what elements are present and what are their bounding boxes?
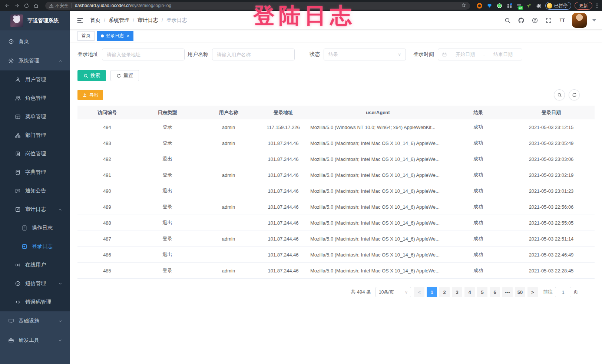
page-button-•••[interactable]: ••• — [502, 287, 513, 297]
profile-paused-chip[interactable]: 已暂停 — [545, 2, 571, 10]
extension-apps-grid-icon[interactable] — [506, 2, 513, 9]
font-size-icon[interactable]: TT — [558, 16, 566, 24]
sidebar-item-gear[interactable]: 系统管理 — [0, 51, 70, 70]
browser-update-button[interactable]: 更新 — [575, 2, 592, 10]
extension-list-on-icon[interactable]: on — [516, 3, 522, 9]
sidebar-item-home[interactable]: 首页 — [0, 32, 70, 51]
close-tab-icon[interactable]: × — [127, 34, 129, 38]
user-avatar[interactable] — [572, 13, 587, 28]
page-button-6[interactable]: 6 — [490, 287, 500, 297]
search-button[interactable]: 搜索 — [77, 70, 106, 81]
extension-gem-icon[interactable] — [486, 2, 493, 9]
cell-login-ip: 101.87.244.46 — [259, 188, 307, 194]
cell-user-agent: Mozilla/5.0 (Macintosh; Intel Mac OS X 1… — [307, 140, 449, 146]
sidebar-item-tree[interactable]: 部门管理 — [0, 126, 70, 145]
table-row[interactable]: 492退出101.87.244.46Mozilla/5.0 (Macintosh… — [77, 151, 595, 167]
column-header[interactable]: userAgent — [307, 110, 449, 115]
cell-log-type: 登录 — [137, 172, 198, 178]
extension-plant-icon[interactable] — [525, 2, 532, 9]
username-input[interactable] — [212, 49, 295, 60]
sidebar-logo[interactable]: 芋道管理系统 — [0, 11, 70, 30]
login-address-input[interactable] — [102, 49, 185, 60]
sidebar-item-online[interactable]: 在线用户 — [0, 256, 70, 274]
table-row[interactable]: 491登录admin101.87.244.46Mozilla/5.0 (Maci… — [77, 167, 595, 183]
sidebar-item-infra[interactable]: 基础设施 — [0, 311, 70, 331]
sidebar-item-users[interactable]: 角色管理 — [0, 89, 70, 107]
bookmark-star-icon[interactable] — [461, 3, 466, 9]
next-page-button[interactable]: > — [527, 287, 538, 297]
column-header[interactable]: 登录地址 — [259, 109, 307, 116]
extension-puzzle-icon[interactable] — [535, 2, 542, 9]
cell-result: 成功 — [449, 156, 508, 162]
export-button[interactable]: 导出 — [77, 90, 103, 100]
cell-log-type: 登录 — [137, 267, 198, 274]
user-icon — [15, 77, 21, 83]
goto-page-input[interactable] — [555, 287, 571, 297]
page-button-3[interactable]: 3 — [452, 287, 462, 297]
status-select[interactable]: 结果 ∨ — [324, 49, 406, 60]
table-row[interactable]: 487登录admin101.87.244.46Mozilla/5.0 (Maci… — [77, 231, 595, 247]
sidebar-item-dict[interactable]: 字典管理 — [0, 163, 70, 182]
breadcrumb-item[interactable]: 审计日志 — [138, 17, 158, 24]
hamburger-icon[interactable] — [76, 16, 84, 24]
page-size-select[interactable]: 10条/页 ∨ — [376, 287, 411, 297]
chevron-up-icon — [58, 207, 63, 212]
browser-forward-icon[interactable] — [13, 2, 20, 9]
breadcrumb-item[interactable]: 首页 — [90, 17, 100, 24]
table-row[interactable]: 486退出101.87.244.46Mozilla/5.0 (Macintosh… — [77, 247, 595, 263]
column-header[interactable]: 结果 — [449, 109, 508, 116]
browser-home-icon[interactable] — [33, 2, 39, 9]
start-date-placeholder: 开始日期 — [450, 51, 480, 58]
fullscreen-icon[interactable] — [545, 16, 553, 24]
sidebar-item-tools[interactable]: 研发工具 — [0, 331, 70, 350]
reset-button[interactable]: 重置 — [110, 70, 139, 81]
extension-donut-icon[interactable] — [476, 2, 483, 9]
search-icon[interactable] — [503, 16, 512, 24]
breadcrumb-item[interactable]: 系统管理 — [109, 17, 129, 24]
table-row[interactable]: 488退出101.87.244.46Mozilla/5.0 (Macintosh… — [77, 215, 595, 231]
sidebar-item-code[interactable]: 错误码管理 — [0, 293, 70, 311]
table-row[interactable]: 489登录admin101.87.244.46Mozilla/5.0 (Maci… — [77, 199, 595, 215]
table-row[interactable]: 490退出101.87.244.46Mozilla/5.0 (Macintosh… — [77, 183, 595, 199]
toggle-search-button[interactable] — [554, 89, 565, 100]
avatar-caret-icon[interactable] — [592, 19, 596, 21]
page-button-1[interactable]: 1 — [427, 287, 437, 297]
table-row[interactable]: 485登录admin101.87.244.46Mozilla/5.0 (Maci… — [77, 263, 595, 279]
browser-back-icon[interactable] — [4, 2, 10, 9]
sidebar-item-sms[interactable]: 短信管理 — [0, 274, 70, 293]
cell-result: 成功 — [449, 172, 508, 178]
address-bar[interactable]: 不安全 dashboard.yudao.iocoder.cn/system/lo… — [45, 2, 470, 10]
browser-reload-icon[interactable] — [23, 2, 30, 9]
security-warning-icon[interactable]: 不安全 — [49, 3, 69, 9]
sidebar-item-user[interactable]: 用户管理 — [0, 70, 70, 89]
help-icon[interactable] — [531, 16, 539, 24]
page-button-50[interactable]: 50 — [515, 287, 525, 297]
sidebar-item-message[interactable]: 通知公告 — [0, 182, 70, 200]
column-header[interactable]: 登录日期 — [508, 109, 595, 116]
table-row[interactable]: 494登录admin117.159.17.226Mozilla/5.0 (Win… — [77, 119, 595, 135]
column-header[interactable]: 日志类型 — [137, 109, 198, 116]
sms-icon — [15, 281, 21, 287]
browser-menu-icon[interactable] — [596, 3, 598, 9]
tab-登录日志[interactable]: 登录日志 × — [97, 31, 133, 41]
refresh-table-button[interactable] — [569, 89, 580, 100]
prev-page-button[interactable]: < — [414, 287, 424, 297]
page-button-5[interactable]: 5 — [477, 287, 487, 297]
table-row[interactable]: 493登录admin101.87.244.46Mozilla/5.0 (Maci… — [77, 135, 595, 151]
column-header[interactable]: 访问编号 — [77, 109, 137, 116]
github-icon[interactable] — [517, 16, 525, 24]
tree-icon — [15, 132, 21, 138]
reset-button-label: 重置 — [123, 72, 133, 79]
sidebar-item-doc[interactable]: 操作日志 — [0, 219, 70, 237]
login-time-range-picker[interactable]: 开始日期 - 结束日期 — [438, 49, 522, 60]
sidebar-item-menu[interactable]: 菜单管理 — [0, 107, 70, 126]
sidebar-item-post[interactable]: 岗位管理 — [0, 145, 70, 163]
cell-result: 成功 — [449, 140, 508, 146]
tab-首页[interactable]: 首页 — [77, 31, 95, 41]
column-header[interactable]: 用户名称 — [198, 109, 259, 116]
sidebar-item-log[interactable]: 审计日志 — [0, 200, 70, 219]
page-button-2[interactable]: 2 — [439, 287, 450, 297]
page-button-4[interactable]: 4 — [464, 287, 475, 297]
extension-green-circle-icon[interactable] — [496, 2, 503, 9]
sidebar-item-login[interactable]: 登录日志 — [0, 237, 70, 256]
